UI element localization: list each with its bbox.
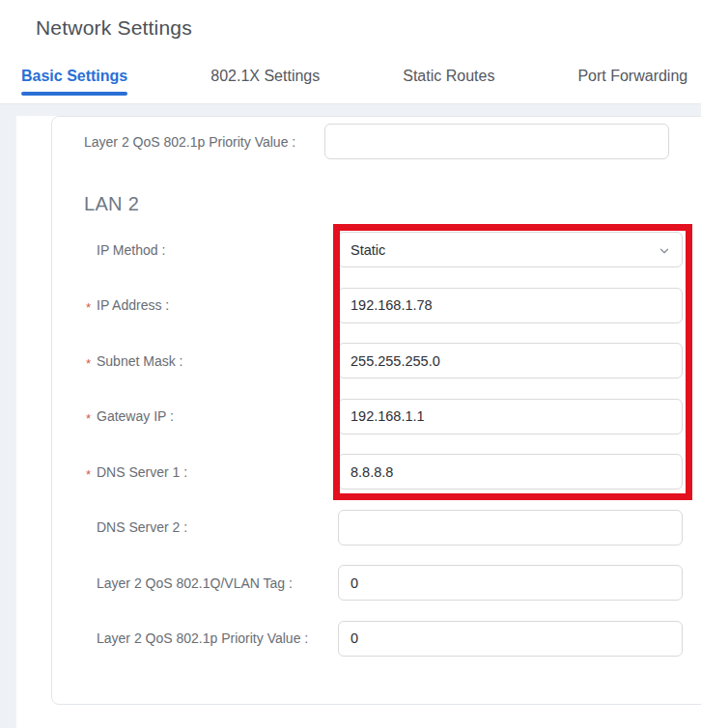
gateway-ip-input[interactable] — [338, 399, 683, 434]
form-row: *Gateway IP : — [52, 399, 701, 434]
row-label: Layer 2 QoS 802.1Q/VLAN Tag : — [97, 575, 338, 591]
layer2-qos-vlan-tag-input[interactable] — [338, 565, 683, 601]
required-asterisk: * — [86, 411, 91, 426]
row-label: IP Method : — [97, 242, 338, 258]
tab-label: Port Forwarding — [577, 68, 687, 84]
ip-address-input[interactable] — [338, 288, 683, 323]
form-row: *IP Address : — [52, 288, 701, 323]
form-row: Layer 2 QoS 802.1p Priority Value : — [52, 124, 701, 159]
form-row: IP Method : Static — [52, 232, 701, 267]
settings-card: Layer 2 QoS 802.1p Priority Value : LAN … — [51, 116, 701, 705]
tab-basic-settings[interactable]: Basic Settings — [21, 67, 127, 99]
network-settings-page: Network Settings Basic Settings 802.1X S… — [0, 0, 701, 728]
required-asterisk: * — [86, 467, 91, 482]
tab-bar: Basic Settings 802.1X Settings Static Ro… — [0, 67, 701, 99]
form-row: Layer 2 QoS 802.1Q/VLAN Tag : — [52, 565, 701, 601]
tab-label: Basic Settings — [21, 68, 127, 84]
tab-static-routes[interactable]: Static Routes — [403, 67, 494, 99]
content-panel: Layer 2 QoS 802.1p Priority Value : LAN … — [16, 116, 701, 728]
section-heading-lan2: LAN 2 — [84, 191, 701, 216]
dns-server-2-input[interactable] — [338, 510, 683, 546]
form-row: *Subnet Mask : — [52, 343, 701, 378]
select-value: Static — [350, 242, 385, 258]
form-row: *DNS Server 1 : — [52, 454, 701, 490]
page-header: Network Settings Basic Settings 802.1X S… — [0, 0, 701, 104]
required-asterisk: * — [86, 356, 91, 371]
active-tab-underline — [21, 92, 127, 96]
row-label: *Gateway IP : — [97, 408, 338, 424]
ip-method-select[interactable]: Static — [338, 232, 683, 267]
row-label: *Subnet Mask : — [97, 353, 338, 369]
row-label: Layer 2 QoS 802.1p Priority Value : — [97, 630, 338, 646]
chevron-down-icon — [659, 244, 670, 260]
row-label: Layer 2 QoS 802.1p Priority Value : — [84, 134, 324, 150]
page-title: Network Settings — [0, 0, 701, 40]
required-asterisk: * — [86, 300, 91, 315]
tab-8021x-settings[interactable]: 802.1X Settings — [210, 67, 320, 99]
layer2-qos-priority-input-lan2[interactable] — [338, 621, 683, 657]
row-label: DNS Server 2 : — [97, 519, 338, 535]
row-label: *DNS Server 1 : — [97, 464, 338, 480]
tab-label: Static Routes — [403, 68, 494, 84]
tab-label: 802.1X Settings — [210, 68, 320, 84]
row-label: *IP Address : — [97, 297, 338, 313]
form-row: Layer 2 QoS 802.1p Priority Value : — [52, 621, 701, 657]
subnet-mask-input[interactable] — [338, 343, 683, 378]
main-area: Layer 2 QoS 802.1p Priority Value : LAN … — [0, 104, 701, 728]
form-row: DNS Server 2 : — [52, 510, 701, 546]
tab-port-forwarding[interactable]: Port Forwarding — [577, 67, 687, 99]
layer2-qos-priority-input-lan1[interactable] — [324, 124, 669, 159]
dns-server-1-input[interactable] — [338, 454, 683, 490]
